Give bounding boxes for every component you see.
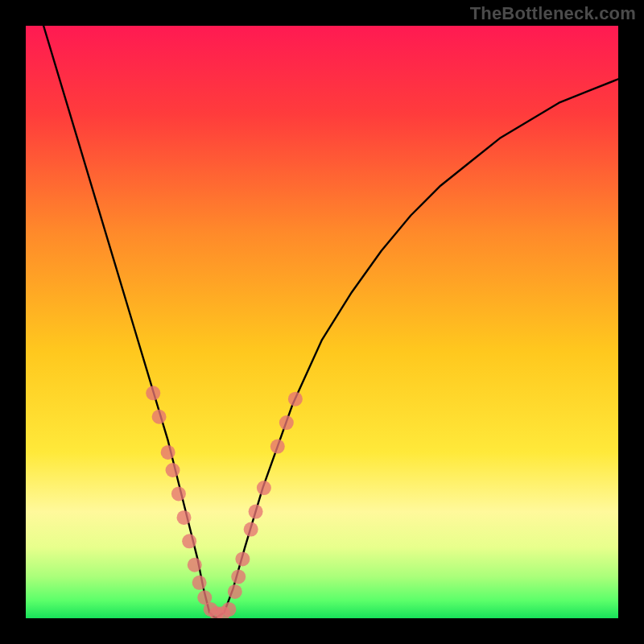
gradient-background bbox=[26, 26, 618, 618]
data-marker bbox=[192, 576, 207, 590]
data-marker bbox=[166, 463, 180, 477]
bottleneck-curve-chart bbox=[26, 26, 618, 618]
data-marker bbox=[288, 392, 303, 407]
data-marker bbox=[279, 415, 294, 430]
data-marker bbox=[182, 534, 196, 548]
data-marker bbox=[146, 386, 160, 400]
data-marker bbox=[152, 410, 167, 424]
data-marker bbox=[171, 486, 186, 501]
data-marker bbox=[235, 551, 250, 566]
data-marker bbox=[249, 505, 263, 519]
chart-frame: TheBottleneck.com bbox=[0, 0, 644, 644]
data-marker bbox=[270, 440, 285, 454]
data-marker bbox=[221, 602, 236, 617]
plot-area bbox=[26, 26, 618, 618]
data-marker bbox=[161, 445, 175, 460]
data-marker bbox=[228, 584, 242, 599]
data-marker bbox=[257, 481, 271, 495]
data-marker bbox=[231, 569, 246, 584]
data-marker bbox=[244, 522, 258, 537]
data-marker bbox=[177, 510, 192, 525]
data-marker bbox=[188, 558, 202, 572]
watermark-text: TheBottleneck.com bbox=[470, 3, 636, 24]
